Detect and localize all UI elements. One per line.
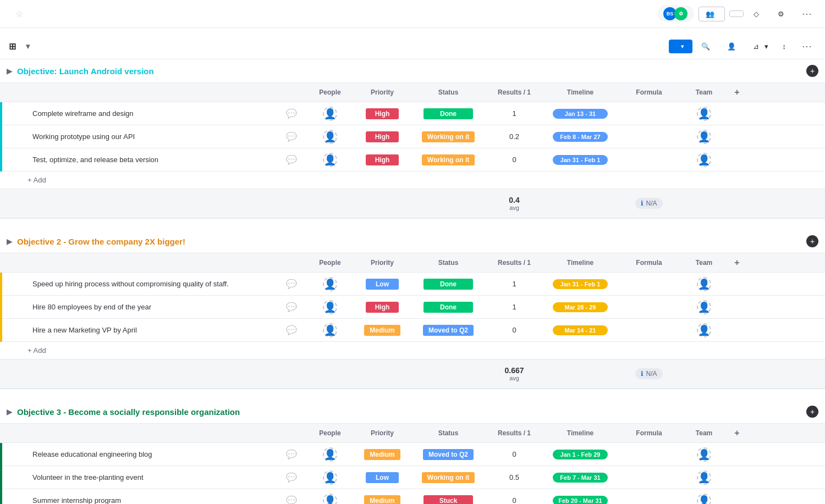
cell-comment[interactable]: 💬 xyxy=(275,447,308,462)
add-row-group2[interactable]: + Add xyxy=(0,342,825,359)
status-badge[interactable]: Working on it xyxy=(422,472,475,483)
team-avatar[interactable]: 👤 xyxy=(697,470,711,485)
cell-timeline[interactable]: Mar 14 - 21 xyxy=(544,323,616,337)
cell-team[interactable]: 👤 xyxy=(682,128,726,146)
cell-team[interactable]: 👤 xyxy=(682,445,726,464)
person-avatar[interactable]: 👤 xyxy=(323,107,337,121)
timeline-badge[interactable]: Mar 14 - 21 xyxy=(553,325,608,335)
cell-team[interactable]: 👤 xyxy=(682,298,726,317)
timeline-badge[interactable]: Jan 13 - 31 xyxy=(553,109,608,119)
cell-timeline[interactable]: Feb 7 - Mar 31 xyxy=(544,470,616,485)
cell-comment[interactable]: 💬 xyxy=(275,276,308,291)
group-chevron[interactable]: ▶ xyxy=(7,407,13,416)
cell-people[interactable]: 👤 xyxy=(308,298,352,317)
activities-button[interactable] xyxy=(729,10,744,17)
priority-badge[interactable]: Low xyxy=(366,472,399,483)
timeline-badge[interactable]: Mar 28 - 29 xyxy=(553,302,608,312)
team-avatar[interactable]: 👤 xyxy=(697,447,711,462)
priority-badge[interactable]: Medium xyxy=(364,449,400,460)
cell-team[interactable]: 👤 xyxy=(682,491,726,505)
timeline-badge[interactable]: Feb 8 - Mar 27 xyxy=(553,132,608,142)
priority-badge[interactable]: Low xyxy=(366,279,399,290)
cell-priority[interactable]: High xyxy=(352,152,413,168)
priority-badge[interactable]: Medium xyxy=(364,495,400,505)
cell-priority[interactable]: Medium xyxy=(352,493,413,505)
cell-comment[interactable]: 💬 xyxy=(275,152,308,167)
timeline-badge[interactable]: Jan 1 - Feb 29 xyxy=(553,450,608,459)
cell-people[interactable]: 👤 xyxy=(308,104,352,123)
status-badge[interactable]: Moved to Q2 xyxy=(423,449,474,460)
comment-icon[interactable]: 💬 xyxy=(286,325,297,335)
status-badge[interactable]: Done xyxy=(424,279,473,290)
cell-status[interactable]: Stuck xyxy=(413,493,484,505)
team-avatar[interactable]: 👤 xyxy=(697,130,711,144)
integrate-button[interactable]: ◇ xyxy=(748,7,768,21)
person-avatar[interactable]: 👤 xyxy=(323,447,337,462)
cell-timeline[interactable]: Jan 13 - 31 xyxy=(544,107,616,121)
cell-people[interactable]: 👤 xyxy=(308,321,352,340)
cell-comment[interactable]: 💬 xyxy=(275,323,308,337)
person-avatar[interactable]: 👤 xyxy=(323,130,337,144)
cell-status[interactable]: Done xyxy=(413,276,484,292)
comment-icon[interactable]: 💬 xyxy=(286,302,297,312)
person-button[interactable]: 👤 xyxy=(722,40,744,53)
search-button[interactable]: 🔍 xyxy=(696,40,718,53)
comment-icon[interactable]: 💬 xyxy=(286,449,297,459)
cell-priority[interactable]: Medium xyxy=(352,447,413,462)
group-add-button[interactable]: + xyxy=(806,65,818,77)
add-row-group1[interactable]: + Add xyxy=(0,171,825,189)
timeline-badge[interactable]: Feb 7 - Mar 31 xyxy=(553,473,608,483)
group-chevron[interactable]: ▶ xyxy=(7,237,13,246)
person-avatar[interactable]: 👤 xyxy=(323,323,337,337)
team-avatar[interactable]: 👤 xyxy=(697,323,711,337)
cell-team[interactable]: 👤 xyxy=(682,104,726,123)
team-avatar[interactable]: 👤 xyxy=(697,107,711,121)
cell-status[interactable]: Working on it xyxy=(413,152,484,168)
col-add-header[interactable]: + xyxy=(726,85,748,99)
cell-timeline[interactable]: Mar 28 - 29 xyxy=(544,300,616,314)
cell-people[interactable]: 👤 xyxy=(308,128,352,146)
cell-priority[interactable]: High xyxy=(352,129,413,145)
col-add-header[interactable]: + xyxy=(726,426,748,440)
cell-timeline[interactable]: Feb 8 - Mar 27 xyxy=(544,130,616,144)
comment-icon[interactable]: 💬 xyxy=(286,495,297,504)
cell-timeline[interactable]: Jan 31 - Feb 1 xyxy=(544,277,616,291)
col-add-header[interactable]: + xyxy=(726,256,748,270)
comment-icon[interactable]: 💬 xyxy=(286,131,297,142)
cell-status[interactable]: Done xyxy=(413,106,484,121)
cell-status[interactable]: Done xyxy=(413,300,484,315)
cell-people[interactable]: 👤 xyxy=(308,491,352,505)
comment-icon[interactable]: 💬 xyxy=(286,154,297,165)
cell-people[interactable]: 👤 xyxy=(308,468,352,487)
priority-badge[interactable]: High xyxy=(366,154,399,165)
cell-comment[interactable]: 💬 xyxy=(275,106,308,121)
new-item-button[interactable]: ▾ xyxy=(669,40,692,53)
cell-timeline[interactable]: Jan 31 - Feb 1 xyxy=(544,153,616,167)
table-dropdown-icon[interactable]: ▾ xyxy=(26,42,30,51)
status-badge[interactable]: Working on it xyxy=(422,154,475,165)
timeline-badge[interactable]: Jan 31 - Feb 1 xyxy=(553,155,608,165)
person-avatar[interactable]: 👤 xyxy=(323,277,337,291)
timeline-badge[interactable]: Jan 31 - Feb 1 xyxy=(553,279,608,289)
star-icon[interactable]: ☆ xyxy=(15,9,23,19)
status-badge[interactable]: Done xyxy=(424,108,473,119)
cell-team[interactable]: 👤 xyxy=(682,151,726,169)
priority-badge[interactable]: Medium xyxy=(364,325,400,336)
automate-button[interactable]: ⚙ xyxy=(772,7,793,21)
cell-status[interactable]: Moved to Q2 xyxy=(413,447,484,462)
cell-priority[interactable]: Low xyxy=(352,276,413,292)
cell-priority[interactable]: High xyxy=(352,300,413,315)
sort-button[interactable]: ↕ xyxy=(777,40,795,53)
timeline-badge[interactable]: Feb 20 - Mar 31 xyxy=(553,496,608,505)
priority-badge[interactable]: High xyxy=(366,131,399,142)
team-avatar[interactable]: 👤 xyxy=(697,300,711,314)
status-badge[interactable]: Moved to Q2 xyxy=(423,325,474,336)
cell-comment[interactable]: 💬 xyxy=(275,470,308,485)
person-avatar[interactable]: 👤 xyxy=(323,494,337,505)
priority-badge[interactable]: High xyxy=(366,108,399,119)
priority-badge[interactable]: High xyxy=(366,302,399,313)
cell-priority[interactable]: Low xyxy=(352,470,413,485)
cell-people[interactable]: 👤 xyxy=(308,275,352,293)
team-avatar[interactable]: 👤 xyxy=(697,153,711,167)
cell-comment[interactable]: 💬 xyxy=(275,300,308,314)
